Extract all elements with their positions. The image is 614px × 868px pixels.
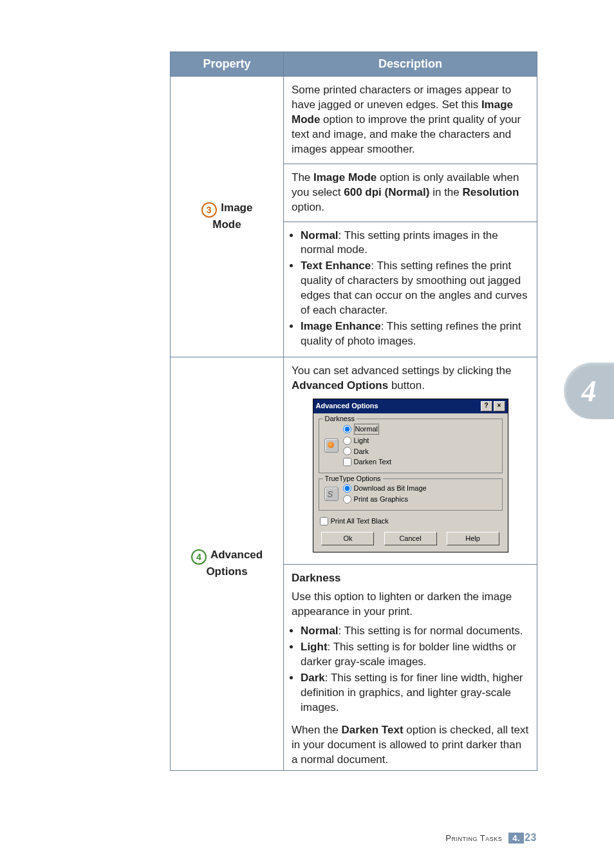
ok-button[interactable]: Ok xyxy=(321,532,374,545)
advanced-intro: You can set advanced settings by clickin… xyxy=(292,364,529,393)
list-item: Normal: This setting is for normal docum… xyxy=(301,624,529,640)
image-mode-desc-3: Normal: This setting prints images in th… xyxy=(284,222,537,357)
darkness-list: Normal: This setting is for normal docum… xyxy=(292,624,529,717)
darkness-dark-radio[interactable] xyxy=(343,447,351,455)
table-row: 3 Image Mode Some printed characters or … xyxy=(171,77,537,357)
darkness-normal-radio[interactable] xyxy=(343,425,351,433)
table-row: 4 Advanced Options You can set advanced … xyxy=(171,357,537,771)
darkness-heading: Darkness xyxy=(292,571,529,586)
tt-graphics-radio[interactable] xyxy=(343,495,351,504)
darkness-desc: Use this option to lighten or darken the… xyxy=(292,590,529,619)
truetype-legend: TrueType Options xyxy=(323,474,383,484)
list-item: Text Enhance: This setting refines the p… xyxy=(301,259,529,319)
prop-image: Image xyxy=(221,202,252,214)
prop-advanced: Advanced xyxy=(210,549,263,561)
page-footer: Printing Tasks 4.23 xyxy=(0,832,537,844)
badge-4-icon: 4 xyxy=(191,549,207,565)
help-button[interactable]: Help xyxy=(447,532,499,545)
advanced-options-dialog: Advanced Options ? × Darkness xyxy=(313,399,508,552)
footer-section: Printing Tasks xyxy=(445,833,502,843)
truetype-icon xyxy=(324,487,339,501)
tt-bitimage-radio[interactable] xyxy=(343,484,351,493)
darken-text-checkbox[interactable] xyxy=(343,458,351,466)
footer-chapter: 4. xyxy=(508,833,524,844)
list-item: Normal: This setting prints images in th… xyxy=(301,229,529,259)
darken-text-desc: When the Darken Text option is checked, … xyxy=(292,723,529,768)
header-property: Property xyxy=(171,52,284,77)
help-icon[interactable]: ? xyxy=(481,401,492,411)
print-all-black-checkbox[interactable] xyxy=(320,517,328,525)
image-mode-desc-1: Some printed characters or images appear… xyxy=(284,77,537,164)
list-item: Image Enhance: This setting refines the … xyxy=(301,319,529,350)
list-item: Light: This setting is for bolder line w… xyxy=(301,640,529,671)
image-mode-desc-2: The Image Mode option is only available … xyxy=(284,164,537,222)
sun-icon xyxy=(324,439,339,453)
properties-table: Property Description 3 Image Mode Some p… xyxy=(170,52,537,771)
list-item: Dark: This setting is for finer line wid… xyxy=(301,671,529,717)
image-mode-list: Normal: This setting prints images in th… xyxy=(292,229,529,351)
cancel-button[interactable]: Cancel xyxy=(384,532,437,545)
prop-options: Options xyxy=(206,565,247,578)
footer-page: 23 xyxy=(525,832,537,843)
dialog-title: Advanced Options xyxy=(316,401,378,411)
darkness-light-radio[interactable] xyxy=(343,437,351,445)
header-description: Description xyxy=(284,52,537,77)
darkness-legend: Darkness xyxy=(323,414,357,424)
close-icon[interactable]: × xyxy=(494,401,505,411)
truetype-fieldset: TrueType Options Download as Bit Image P… xyxy=(319,478,503,511)
prop-mode: Mode xyxy=(212,218,241,231)
darkness-fieldset: Darkness Normal Light Dark Darken Text xyxy=(319,419,503,473)
chapter-tab: 4 xyxy=(564,363,614,419)
badge-3-icon: 3 xyxy=(201,202,217,218)
